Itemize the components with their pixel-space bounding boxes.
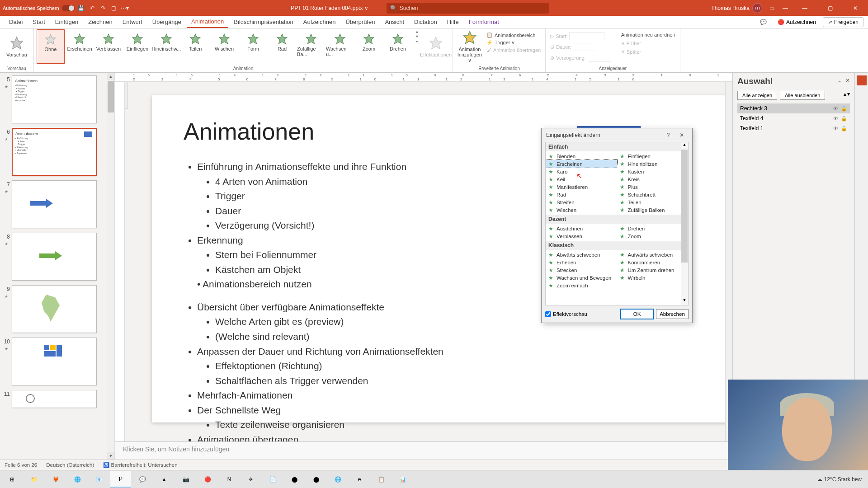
help-icon[interactable]: ? (662, 130, 674, 140)
effect-item[interactable]: ★Manifestieren (546, 183, 617, 191)
effect-item[interactable]: ★Rad (546, 191, 617, 198)
app-icon[interactable]: 📷 (175, 471, 196, 488)
thumbnail-9[interactable] (12, 285, 97, 333)
selection-item[interactable]: Textfeld 4👁🔓 (737, 113, 850, 123)
scroll-down-icon[interactable]: ▼ (107, 452, 114, 460)
tab-transitions[interactable]: Übergänge (148, 16, 186, 28)
trigger-button[interactable]: ⚡ Trigger ∨ (485, 39, 542, 47)
thumbnail-7[interactable] (12, 180, 97, 228)
powerpoint-icon[interactable]: P (110, 471, 131, 488)
notes-pane[interactable]: Klicken Sie, um Notizen hinzuzufügen (115, 441, 732, 460)
anim-random[interactable]: Zufällige Ba... (297, 29, 325, 64)
dialog-title-bar[interactable]: Eingangseffekt ändern ?✕ (542, 128, 692, 142)
preview-button[interactable]: Vorschau (3, 29, 31, 64)
edge-icon[interactable]: e (349, 471, 370, 488)
dialog-scrollbar[interactable]: ▲▼ (681, 142, 688, 305)
visibility-icon[interactable]: 👁 (833, 126, 838, 131)
chevron-down-icon[interactable]: ⌄ (837, 77, 842, 84)
slide-count[interactable]: Folie 6 von 26 (5, 462, 37, 468)
tab-dictation[interactable]: Dictation (410, 16, 442, 28)
anim-floatin[interactable]: Hineinschw... (152, 29, 180, 64)
effect-item[interactable]: ★Hineinblitzen (617, 160, 689, 168)
minimize-button[interactable]: — (795, 1, 815, 15)
start-button[interactable]: ⊞ (2, 471, 23, 488)
thumbnail-11[interactable] (12, 390, 97, 408)
anim-zoom[interactable]: Zoom (355, 29, 383, 64)
ribbon-options-icon[interactable]: — (781, 4, 789, 12)
effect-item[interactable]: ★Aufwärts schweben (617, 251, 689, 258)
scroll-handle[interactable] (108, 81, 114, 113)
effect-item[interactable]: ★Teilen (617, 198, 689, 206)
telegram-icon[interactable]: ✈ (241, 471, 261, 488)
redo-icon[interactable]: ↷ (99, 4, 107, 12)
more-qat-icon[interactable]: ⋯▾ (121, 4, 129, 12)
save-icon[interactable]: 💾 (77, 4, 85, 12)
tab-home[interactable]: Start (28, 16, 49, 28)
ok-button[interactable]: OK (621, 309, 653, 319)
effect-item[interactable]: ★Schachbrett (617, 191, 689, 198)
side-tool-selection[interactable] (857, 75, 867, 85)
selection-item[interactable]: Rechteck 3👁🔓 (737, 103, 850, 113)
effect-item[interactable]: ★Komprimieren (617, 258, 689, 266)
search-input[interactable] (400, 5, 546, 11)
share-button[interactable]: ↗ Freigeben (823, 17, 863, 27)
effect-item[interactable]: ★Drehen (617, 225, 689, 232)
slideshow-start-icon[interactable]: ▢ (110, 4, 118, 12)
hide-all-button[interactable]: Alle ausblenden (780, 91, 825, 100)
close-pane-icon[interactable]: ✕ (845, 77, 850, 84)
chrome-icon[interactable]: 🌐 (67, 471, 88, 488)
anim-none[interactable]: Ohne (37, 29, 65, 64)
tab-review[interactable]: Überprüfen (341, 16, 379, 28)
onenote-icon[interactable]: N (219, 471, 240, 488)
autosave-toggle[interactable]: Automatisches Speichern (3, 5, 75, 11)
explorer-icon[interactable]: 📁 (24, 471, 44, 488)
obs-icon[interactable]: ⬤ (284, 471, 305, 488)
effect-item[interactable]: ★Wischen (546, 206, 617, 214)
move-up-icon[interactable]: ▴ (844, 91, 846, 100)
search-box[interactable]: 🔍 (387, 3, 549, 14)
tab-animations[interactable]: Animationen (187, 16, 228, 28)
add-animation-button[interactable]: Animation hinzufügen ∨ (456, 29, 484, 64)
gallery-more[interactable]: ▲▼▾ (413, 29, 421, 44)
lock-icon[interactable]: 🔓 (841, 126, 847, 131)
effect-item[interactable]: ★Strecken (546, 266, 617, 274)
app-icon[interactable]: 📄 (262, 471, 283, 488)
visibility-icon[interactable]: 👁 (833, 106, 838, 112)
record-button[interactable]: 🔴 Aufzeichnen (774, 17, 820, 27)
effect-item[interactable]: ★Ausdehnen (546, 225, 617, 232)
effect-item[interactable]: ★Wirbeln (617, 274, 689, 282)
show-all-button[interactable]: Alle anzeigen (737, 91, 777, 100)
anim-grow[interactable]: Wachsen u... (326, 29, 354, 64)
effect-item[interactable]: ★Einfliegen (617, 152, 689, 160)
tab-view[interactable]: Ansicht (380, 16, 409, 28)
app-icon[interactable]: ⬤ (306, 471, 326, 488)
app-icon[interactable]: 🔴 (197, 471, 218, 488)
weather-widget[interactable]: ☁ 12°C Stark bew (817, 476, 862, 483)
accessibility-check[interactable]: ♿ Barrierefreiheit: Untersuchen (103, 462, 177, 468)
anim-wipe[interactable]: Wischen (210, 29, 238, 64)
anim-shape[interactable]: Form (239, 29, 267, 64)
effect-item[interactable]: ★Kreis (617, 175, 689, 183)
effect-item[interactable]: ★Plus (617, 183, 689, 191)
selection-item[interactable]: Textfeld 1👁🔓 (737, 123, 850, 133)
scroll-up-icon[interactable]: ▲ (107, 73, 114, 80)
anim-wheel[interactable]: Rad (268, 29, 296, 64)
tab-shape-format[interactable]: Formformat (464, 16, 504, 28)
tab-draw[interactable]: Zeichnen (84, 16, 117, 28)
tab-record[interactable]: Aufzeichnen (299, 16, 340, 28)
effect-item[interactable]: ★Zoom (617, 232, 689, 240)
window-mode-icon[interactable]: ▭ (768, 4, 776, 12)
thumbnail-scrollbar[interactable]: ▲ ▼ (107, 73, 114, 460)
app-icon[interactable]: 💬 (132, 471, 153, 488)
anim-flyin[interactable]: Einfliegen (123, 29, 151, 64)
anim-appear[interactable]: Erscheinen (66, 29, 94, 64)
toggle-switch[interactable] (62, 5, 75, 11)
thumbnail-5[interactable]: Animationen• Einführung… • 4 Arten • Tri… (12, 75, 97, 123)
effect-item-selected[interactable]: ★Erscheinen (546, 160, 617, 168)
effect-item[interactable]: ★Wachsen und Bewegen (546, 274, 617, 282)
undo-icon[interactable]: ↶ (88, 4, 96, 12)
anim-swivel[interactable]: Drehen (384, 29, 412, 64)
user-account[interactable]: Thomas Hruska TH (711, 3, 762, 13)
close-icon[interactable]: ✕ (676, 130, 688, 140)
tab-design[interactable]: Entwurf (118, 16, 147, 28)
